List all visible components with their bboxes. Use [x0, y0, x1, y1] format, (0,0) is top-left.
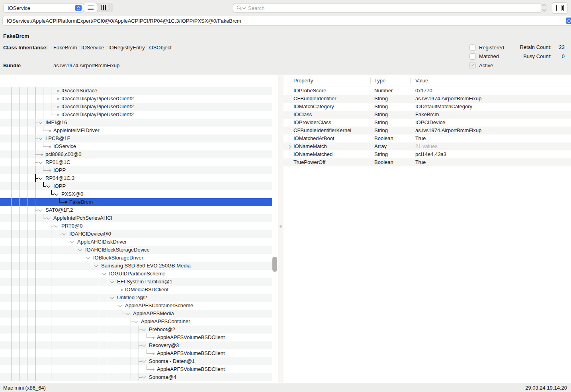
expanded-chevron-icon[interactable]	[39, 136, 43, 140]
checkbox-active[interactable]: ✓Active	[469, 62, 493, 68]
tree-row[interactable]: IOService	[0, 142, 272, 150]
expanded-chevron-icon[interactable]	[94, 263, 98, 267]
tree-row[interactable]: IOAccelDisplayPipeUserClient2	[0, 111, 272, 119]
tree-row[interactable]: RP04@1C,3	[0, 174, 272, 182]
expanded-chevron-icon[interactable]	[78, 248, 82, 252]
property-row[interactable]: TruePowerOffBooleanTrue	[284, 158, 571, 166]
tree-row[interactable]: AppleAPFSContainer	[0, 318, 272, 326]
column-header-type[interactable]: Type	[374, 75, 385, 86]
expanded-chevron-icon[interactable]	[47, 184, 51, 188]
tree-row[interactable]: RP01@1C	[0, 158, 272, 166]
column-divider[interactable]	[410, 78, 411, 84]
disclosure-chevron-icon[interactable]	[287, 144, 291, 148]
list-view-button[interactable]	[83, 3, 98, 12]
expanded-chevron-icon[interactable]	[134, 319, 138, 323]
expanded-chevron-icon[interactable]	[55, 224, 59, 228]
expanded-chevron-icon[interactable]	[39, 120, 43, 124]
expanded-chevron-icon[interactable]	[142, 375, 146, 379]
tree-row[interactable]: LPCB@1F	[0, 135, 272, 142]
plane-selector-dropdown[interactable]: IOService	[3, 3, 84, 13]
expanded-chevron-icon[interactable]	[86, 255, 90, 259]
tree-row[interactable]: AppleAPFSMedia	[0, 310, 272, 318]
tree-row[interactable]: AppleAPFSVolumeBSDClient	[0, 365, 272, 373]
tree-row[interactable]: Recovery@3	[0, 341, 272, 349]
tree-row[interactable]: IOMediaBSDClient	[0, 286, 272, 294]
expanded-chevron-icon[interactable]	[142, 359, 146, 363]
tree-row[interactable]: pci8086,c00@0	[0, 150, 272, 158]
tree-node-label: AppleIntelMEIDriver	[53, 127, 100, 135]
tree-guide-line	[99, 286, 99, 294]
tree-row[interactable]: Sonoma - Daten@1	[0, 357, 272, 365]
path-stepper-icon[interactable]	[566, 18, 571, 24]
tree-row[interactable]: IOAHCIBlockStorageDevice	[0, 246, 272, 254]
tree-row[interactable]: IGAccelSurface	[0, 87, 272, 95]
expanded-chevron-icon[interactable]	[118, 303, 122, 307]
tree-guide-line	[11, 103, 12, 111]
tree-row[interactable]: PRT0@0	[0, 222, 272, 230]
tree-scrollbar-thumb[interactable]	[272, 257, 277, 272]
tree-row[interactable]: Untitled 2@2	[0, 294, 272, 302]
expanded-chevron-icon[interactable]	[142, 327, 146, 331]
inspector-toggle-button[interactable]	[552, 2, 568, 14]
expanded-chevron-icon[interactable]	[110, 279, 114, 283]
expanded-chevron-icon[interactable]	[70, 240, 74, 244]
tree-guide-line	[19, 326, 20, 333]
tree-row[interactable]: Samsung SSD 850 EVO 250GB Media	[0, 262, 272, 270]
checkbox-matched[interactable]: Matched	[469, 53, 499, 60]
property-row[interactable]: IOClassStringFakeBrcm	[284, 111, 571, 119]
expanded-chevron-icon[interactable]	[102, 271, 106, 275]
tree-row[interactable]: IOAHCIDevice@0	[0, 230, 272, 238]
tree-row[interactable]: AppleAPFSContainerScheme	[0, 302, 272, 310]
tree-branch-line	[67, 242, 70, 242]
tree-row[interactable]: AppleIntelMEIDriver	[0, 127, 272, 135]
tree-guide-line	[27, 246, 27, 254]
property-row[interactable]: IOProviderClassStringIOPCIDevice	[284, 119, 571, 127]
column-divider[interactable]	[370, 78, 371, 84]
tree-row[interactable]: AppleAPFSVolumeBSDClient	[0, 349, 272, 357]
tree-row[interactable]: IOPP	[0, 182, 272, 190]
expanded-chevron-icon[interactable]	[39, 176, 43, 180]
tree-row[interactable]: AppleAHCIDiskDriver	[0, 238, 272, 246]
expanded-chevron-icon[interactable]	[55, 192, 59, 196]
column-header-value[interactable]: Value	[415, 75, 428, 86]
panel-splitter[interactable]	[278, 75, 284, 383]
property-value: IODefaultMatchCategory	[415, 103, 472, 111]
tree-node-label: AppleAPFSVolumeBSDClient	[157, 333, 225, 341]
tree-row[interactable]: SAT0@1F,2	[0, 206, 272, 214]
history-stepper[interactable]	[540, 2, 548, 13]
tree-row[interactable]: AppleIntelPchSeriesAHCI	[0, 214, 272, 222]
expanded-chevron-icon[interactable]	[63, 232, 66, 236]
tree-row[interactable]: IOPP	[0, 166, 272, 174]
expanded-chevron-icon[interactable]	[110, 295, 114, 299]
property-row[interactable]: IOProbeScoreNumber0x1770	[284, 87, 571, 95]
expanded-chevron-icon[interactable]	[39, 160, 43, 164]
column-header-property[interactable]: Property	[293, 75, 313, 86]
column-view-button[interactable]	[98, 3, 112, 12]
path-bar[interactable]: IOService:/AppleACPIPlatformExpert/PCI0@…	[2, 16, 571, 25]
search-input[interactable]: Search	[233, 3, 542, 13]
tree-row[interactable]: IOBlockStorageDriver	[0, 254, 272, 262]
tree-row[interactable]: EFI System Partition@1	[0, 278, 272, 286]
tree-row[interactable]: IOGUIDPartitionScheme	[0, 270, 272, 278]
tree-row[interactable]: IMEI@16	[0, 119, 272, 127]
property-row[interactable]: IOMatchedAtBootBooleanTrue	[284, 135, 571, 142]
tree-guide-line	[43, 95, 43, 103]
property-row[interactable]: IONameMatchArray21 values	[284, 142, 571, 150]
expanded-chevron-icon[interactable]	[39, 208, 43, 212]
expanded-chevron-icon[interactable]	[47, 216, 51, 220]
property-row[interactable]: CFBundleIdentifierKernelStringas.lvs1974…	[284, 127, 571, 135]
checkbox-registered[interactable]: Registered	[469, 44, 504, 51]
property-row[interactable]: CFBundleIdentifierStringas.lvs1974.Airpo…	[284, 95, 571, 103]
tree-row-selected[interactable]: FakeBrcm	[0, 198, 272, 206]
tree-row[interactable]: IOAccelDisplayPipeUserClient2	[0, 103, 272, 111]
expanded-chevron-icon[interactable]	[126, 311, 130, 315]
tree-row[interactable]: Sonoma@4	[0, 373, 272, 381]
expanded-chevron-icon[interactable]	[142, 343, 146, 347]
tree-row[interactable]: PXSX@0	[0, 190, 272, 198]
tree-row[interactable]: AppleAPFSVolumeBSDClient	[0, 333, 272, 341]
property-row[interactable]: IOMatchCategoryStringIODefaultMatchCateg…	[284, 103, 571, 111]
property-row[interactable]: IONameMatchedStringpci14e4,43a3	[284, 150, 571, 158]
tree-row[interactable]: Preboot@2	[0, 326, 272, 333]
checkbox-label: Active	[479, 62, 493, 68]
tree-row[interactable]: IOAccelDisplayPipeUserClient2	[0, 95, 272, 103]
